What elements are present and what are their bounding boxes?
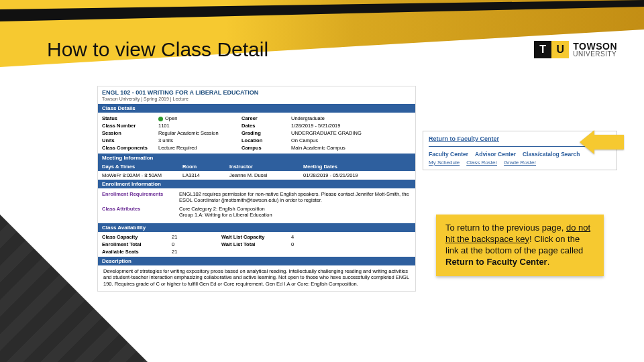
hdr-desc: Description	[98, 257, 415, 265]
val-tot: 0	[172, 241, 219, 247]
val-dates: 1/28/2019 - 5/21/2019	[291, 123, 411, 129]
val-classnum: 1101	[158, 123, 239, 129]
lbl-wlcap: Wait List Capacity	[221, 234, 288, 240]
meet-room: LA3314	[182, 172, 229, 178]
towson-logo: T U TOWSON UNIVERSITY	[534, 41, 617, 58]
enroll-block: Enrollment Requirements ENGL102 requires…	[98, 188, 415, 223]
course-title: ENGL 102 - 001 WRITING FOR A LIBERAL EDU…	[98, 86, 415, 97]
lbl-comp: Class Components	[102, 145, 156, 151]
lbl-req: Enrollment Requirements	[102, 191, 179, 203]
val-location: On Campus	[291, 137, 411, 143]
logo-line1: TOWSON	[573, 42, 617, 51]
callout-bold: Return to Faculty Center	[445, 257, 547, 267]
logo-u: U	[551, 41, 569, 58]
hdr-enroll: Enrollment Information	[98, 180, 415, 188]
meeting-row: MoWeFr 8:00AM - 8:50AM LA3314 Jeanne M. …	[98, 171, 415, 180]
slide-header: How to view Class Detail T U TOWSON UNIV…	[0, 29, 644, 70]
slide-title: How to view Class Detail	[47, 38, 268, 61]
val-req: ENGL102 requires permission for non-nati…	[179, 191, 411, 203]
callout-text-1: To return to the previous page,	[445, 223, 566, 233]
attr1: Core Category 2: English Composition	[179, 206, 265, 212]
col-days: Days & Times	[102, 164, 182, 170]
hdr-meeting: Meeting Information	[98, 154, 415, 162]
nav-subtabs: My Schedule Class Roster Grade Roster	[429, 160, 611, 166]
meet-dates: 01/28/2019 - 05/21/2019	[303, 172, 411, 178]
course-description: Development of strategies for writing ex…	[98, 265, 415, 291]
callout-text-5: .	[547, 257, 550, 267]
val-grading: UNDERGRADUATE GRADING	[291, 130, 411, 136]
subtab-grade-roster[interactable]: Grade Roster	[504, 160, 536, 166]
col-instr: Instructor	[229, 164, 303, 170]
hdr-avail: Class Availability	[98, 223, 415, 232]
val-attr: Core Category 2: English Composition Gro…	[179, 206, 411, 218]
val-campus: Main Academic Campus	[291, 145, 411, 151]
return-link[interactable]: Return to Faculty Center	[429, 135, 499, 142]
val-comp: Lecture Required	[158, 145, 239, 151]
class-details-grid: Status Open Career Undergraduate Class N…	[98, 113, 415, 154]
lbl-cap: Class Capacity	[102, 234, 169, 240]
lbl-status: Status	[102, 115, 156, 121]
subtab-class-roster[interactable]: Class Roster	[466, 160, 497, 166]
tab-advisor-center[interactable]: Advisor Center	[475, 151, 516, 158]
lbl-attr: Class Attributes	[102, 206, 179, 218]
lbl-career: Career	[241, 115, 288, 121]
tab-class-search[interactable]: Class/catalog Search	[523, 151, 580, 158]
status-text: Open	[165, 115, 177, 121]
lbl-location: Location	[241, 137, 288, 143]
logo-mark: T U	[534, 41, 569, 58]
val-seats: 21	[172, 249, 219, 255]
val-career: Undergraduate	[291, 115, 411, 121]
lbl-dates: Dates	[241, 123, 288, 129]
meet-instr: Jeanne M. Dusel	[229, 172, 303, 178]
lbl-grading: Grading	[241, 130, 288, 136]
val-wlcap: 4	[291, 234, 411, 240]
instruction-callout: To return to the previous page, do not h…	[436, 215, 604, 276]
class-detail-screenshot: ENGL 102 - 001 WRITING FOR A LIBERAL EDU…	[97, 86, 416, 292]
val-cap: 21	[172, 234, 219, 240]
lbl-campus: Campus	[241, 145, 288, 151]
tab-faculty-center[interactable]: Faculty Center	[429, 151, 468, 158]
val-status: Open	[158, 115, 239, 121]
logo-t: T	[534, 41, 551, 58]
lbl-tot: Enrollment Total	[102, 241, 169, 247]
course-sub: Towson University | Spring 2019 | Lectur…	[98, 97, 415, 104]
meeting-cols: Days & Times Room Instructor Meeting Dat…	[98, 162, 415, 171]
val-wltot: 0	[291, 241, 411, 247]
col-mdates: Meeting Dates	[303, 164, 411, 170]
col-room: Room	[182, 164, 229, 170]
lbl-seats: Available Seats	[102, 249, 169, 255]
attr2: Group 1.A: Writing for a Liberal Educati…	[179, 212, 272, 218]
callout-arrow-icon	[580, 130, 624, 154]
subtab-my-schedule[interactable]: My Schedule	[429, 160, 460, 166]
availability-grid: Class Capacity 21 Wait List Capacity 4 E…	[98, 232, 415, 257]
lbl-units: Units	[102, 137, 156, 143]
logo-line2: UNIVERSITY	[573, 51, 617, 58]
hdr-class-details: Class Details	[98, 104, 415, 113]
open-status-icon	[158, 117, 163, 121]
lbl-classnum: Class Number	[102, 123, 156, 129]
lbl-wltot: Wait List Total	[221, 241, 288, 247]
val-session: Regular Academic Session	[158, 130, 239, 136]
meet-days: MoWeFr 8:00AM - 8:50AM	[102, 172, 182, 178]
val-units: 3 units	[158, 137, 239, 143]
lbl-session: Session	[102, 130, 156, 136]
